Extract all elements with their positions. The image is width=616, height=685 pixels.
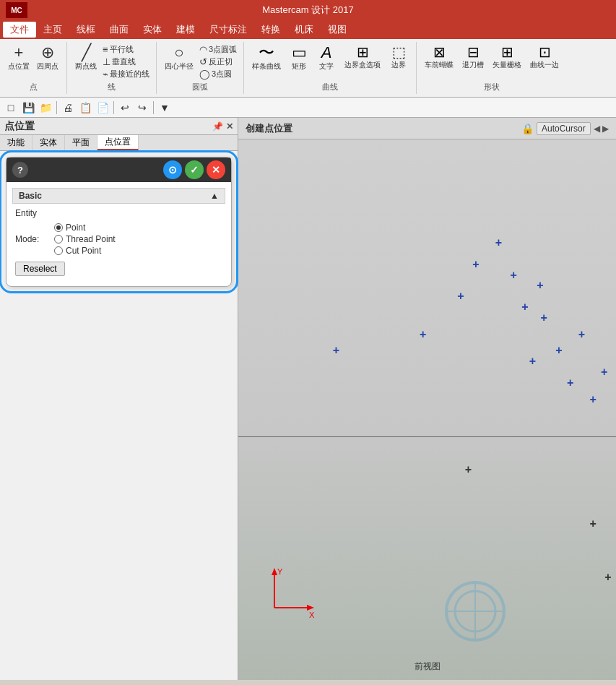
left-panel: 点位置 📌 ✕ 功能 实体 平面 点位置 ? ⊙ ✓	[0, 118, 238, 680]
menu-item-surface[interactable]: 曲面	[103, 22, 136, 38]
sub-sep-3	[153, 101, 154, 114]
curve-group-label: 曲线	[322, 82, 338, 92]
mode-row: Mode: Point Thread Point Cut Point	[12, 221, 225, 257]
cross-mark-8: +	[540, 312, 547, 324]
mode-cut-option[interactable]: Cut Point	[54, 246, 116, 256]
mode-cut-radio[interactable]	[54, 246, 63, 255]
panel-close-btn[interactable]: ✕	[226, 121, 233, 132]
svg-marker-4	[307, 605, 314, 611]
menu-item-transform[interactable]: 转换	[254, 22, 287, 38]
ribbon-group-line: ╱ 两点线 ≡ 平行线 ⊥ 垂直线 ⌁ 最接近的线 线	[67, 42, 157, 94]
panel-pin-btn[interactable]: 📌	[212, 121, 223, 132]
autocursor-label[interactable]: AutoCursor	[537, 122, 591, 135]
ribbon-btn-bbox-options[interactable]: ⊞ 边界盒选项	[341, 43, 384, 71]
point-group-label: 点	[30, 82, 38, 92]
tab-point-position[interactable]: 点位置	[97, 135, 139, 150]
panel-controls: 📌 ✕	[212, 121, 233, 132]
ribbon-btn-3point-circle[interactable]: ◯ 3点圆	[197, 68, 239, 80]
sub-btn-undo[interactable]: ↩	[117, 100, 133, 116]
ribbon-btn-arc-radius[interactable]: ○ 四心半径	[161, 43, 197, 72]
panel-tabs: 功能 实体 平面 点位置	[0, 135, 238, 151]
app-title: Mastercam 设计 2017	[262, 4, 353, 17]
ribbon-btn-boundary[interactable]: ⬚ 边界	[386, 43, 412, 71]
ribbon-btn-parallel[interactable]: ≡ 平行线	[100, 43, 152, 56]
mode-point-radio[interactable]	[54, 223, 63, 232]
section-collapse-icon[interactable]: ▲	[210, 191, 219, 201]
sub-sep-2	[113, 101, 114, 114]
tab-function[interactable]: 功能	[0, 135, 32, 150]
ribbon-btn-rect[interactable]: ▭ 矩形	[286, 43, 312, 72]
app-logo: MC	[6, 2, 27, 18]
cross-mark-1: +	[333, 345, 339, 356]
cross-mark-black-2: +	[589, 518, 596, 530]
point-position-icon: +	[14, 45, 24, 61]
reverse-tangent-label: 反正切	[209, 56, 233, 67]
ribbon-btn-perimeter-point[interactable]: ⊕ 四周点	[33, 43, 62, 72]
reselect-button[interactable]: Reselect	[15, 262, 65, 276]
mode-point-option[interactable]: Point	[54, 223, 116, 233]
menu-item-file[interactable]: 文件	[3, 22, 36, 38]
accept-button[interactable]: ⊙	[163, 160, 182, 179]
3point-arc-label: 3点圆弧	[209, 44, 237, 55]
menu-item-home[interactable]: 主页	[36, 22, 69, 38]
section-basic-label: Basic	[19, 191, 42, 201]
tab-plane[interactable]: 平面	[65, 135, 97, 150]
ribbon-btn-text[interactable]: A 文字	[313, 43, 339, 72]
mode-thread-option[interactable]: Thread Point	[54, 234, 116, 244]
main-area: 点位置 📌 ✕ 功能 实体 平面 点位置 ? ⊙ ✓	[0, 118, 616, 680]
sub-btn-redo[interactable]: ↪	[134, 100, 150, 116]
ribbon-btn-grid[interactable]: ⊞ 矢量栅格	[489, 43, 525, 71]
menu-item-solid[interactable]: 实体	[136, 22, 169, 38]
cancel-button[interactable]: ✕	[207, 160, 225, 179]
sub-btn-new[interactable]: □	[3, 100, 19, 116]
3point-arc-icon: ◠	[199, 44, 207, 55]
parallel-label: 平行线	[110, 44, 134, 55]
perpendicular-label: 垂直线	[112, 56, 136, 67]
ribbon-btn-curve-edge[interactable]: ⊡ 曲线一边	[526, 43, 563, 71]
cross-mark-black-3: +	[604, 572, 611, 583]
ribbon-btn-3point-arc[interactable]: ◠ 3点圆弧	[197, 43, 239, 56]
svg-text:X: X	[309, 611, 315, 619]
text-tool-label: 文字	[319, 62, 334, 71]
ribbon-btn-two-point-line[interactable]: ╱ 两点线	[71, 43, 100, 72]
reverse-tangent-icon: ↺	[199, 56, 207, 67]
curve-edge-label: 曲线一边	[530, 61, 559, 69]
sub-btn-new2[interactable]: 📄	[95, 100, 110, 116]
ok-button[interactable]: ✓	[185, 160, 204, 179]
3point-circle-label: 3点圆	[212, 69, 232, 79]
ribbon-btn-perpendicular[interactable]: ⊥ 垂直线	[100, 56, 152, 68]
boundary-icon: ⬚	[392, 45, 406, 59]
ribbon-btn-spline[interactable]: 〜 样条曲线	[248, 43, 285, 72]
sub-btn-dropdown[interactable]: ▼	[157, 100, 173, 116]
section-basic: Basic ▲	[12, 188, 225, 204]
ribbon-btn-point-position[interactable]: + 点位置	[4, 43, 33, 72]
cross-mark-14: +	[589, 394, 596, 405]
menu-item-model[interactable]: 建模	[169, 22, 202, 38]
ok-icon: ✓	[190, 164, 199, 176]
help-button[interactable]: ?	[12, 162, 28, 178]
cancel-icon: ✕	[212, 164, 220, 176]
mode-thread-radio[interactable]	[54, 235, 63, 244]
rect-icon: ▭	[292, 45, 307, 61]
ribbon-btn-relief[interactable]: ⊟ 退刀槽	[459, 43, 487, 71]
sub-btn-copy[interactable]: 📋	[77, 100, 93, 116]
tab-solid[interactable]: 实体	[32, 135, 65, 150]
cross-mark-3: +	[457, 290, 464, 302]
menu-item-dimension[interactable]: 尺寸标注	[202, 22, 254, 38]
sub-btn-open[interactable]: 📁	[38, 100, 53, 116]
canvas-drawing-area[interactable]: + + + + + + + + + + + + + + + + + + Y	[238, 139, 616, 680]
ribbon-btn-nearest[interactable]: ⌁ 最接近的线	[100, 68, 152, 80]
menu-item-view[interactable]: 视图	[321, 22, 354, 38]
canvas-header-label: 创建点位置	[246, 122, 292, 135]
lock-icon: 🔒	[521, 123, 534, 134]
panel-title: 点位置	[4, 120, 35, 133]
menu-item-machine[interactable]: 机床	[287, 22, 321, 38]
menu-item-wireframe[interactable]: 线框	[69, 22, 103, 38]
spline-label: 样条曲线	[252, 62, 281, 71]
cross-mark-9: +	[555, 345, 562, 356]
sub-btn-print[interactable]: 🖨	[60, 100, 76, 116]
ribbon-btn-reverse-tangent[interactable]: ↺ 反正切	[197, 56, 239, 68]
ribbon-btn-bowtie[interactable]: ⊠ 车前蝴蝶	[421, 43, 457, 71]
relief-label: 退刀槽	[462, 61, 484, 69]
sub-btn-save[interactable]: 💾	[20, 100, 36, 116]
